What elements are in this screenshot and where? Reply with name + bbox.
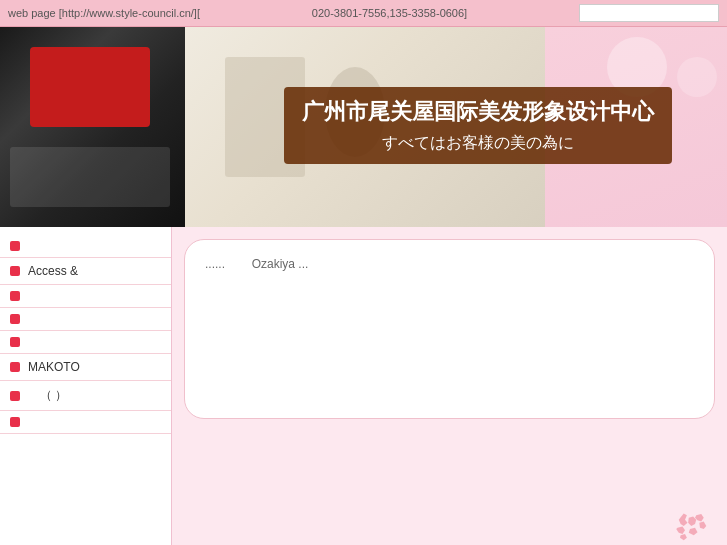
hero-subtitle: すべてはお客様の美の為に [302, 133, 654, 154]
sidebar-bullet-6 [10, 391, 20, 401]
hero-title-box: 广州市尾关屋国际美发形象设计中心 すべてはお客様の美の為に [284, 87, 672, 164]
sidebar: Access & MAKOTO （ ） [0, 227, 172, 545]
sidebar-label-6: （ ） [28, 387, 67, 404]
sidebar-bullet-0 [10, 241, 20, 251]
url-text: web page [http://www.style-council.cn/][ [8, 7, 200, 19]
sidebar-bullet-4 [10, 337, 20, 347]
sidebar-label-access: Access & [28, 264, 78, 278]
phone-text: 020-3801-7556,135-3358-0606] [312, 7, 467, 19]
sidebar-item-makoto[interactable]: MAKOTO [0, 354, 171, 381]
sidebar-bullet-2 [10, 291, 20, 301]
sidebar-label-makoto: MAKOTO [28, 360, 80, 374]
sidebar-item-6[interactable]: （ ） [0, 381, 171, 411]
sidebar-bullet-7 [10, 417, 20, 427]
content-text: ...... Ozakiya ... [205, 254, 694, 276]
sidebar-item-access[interactable]: Access & [0, 258, 171, 285]
content-box: ...... Ozakiya ... [184, 239, 715, 419]
sidebar-item-3[interactable] [0, 308, 171, 331]
content-area: ...... Ozakiya ... [172, 227, 727, 545]
japan-map-icon [665, 510, 715, 545]
main-area: Access & MAKOTO （ ） .. [0, 227, 727, 545]
sidebar-bullet-5 [10, 362, 20, 372]
hero-photo-left [0, 27, 185, 227]
sidebar-bullet-3 [10, 314, 20, 324]
content-footer [665, 510, 715, 545]
sidebar-item-7[interactable] [0, 411, 171, 434]
hero-title: 广州市尾关屋国际美发形象设计中心 [302, 97, 654, 127]
top-bar: web page [http://www.style-council.cn/][… [0, 0, 727, 27]
sidebar-item-2[interactable] [0, 285, 171, 308]
search-input[interactable] [579, 4, 719, 22]
decorative-circle-2 [677, 57, 717, 97]
sidebar-item-0[interactable] [0, 235, 171, 258]
hero-banner: 广州市尾关屋国际美发形象设计中心 すべてはお客様の美の為に [0, 27, 727, 227]
sidebar-bullet-1 [10, 266, 20, 276]
ozakiya-text: Ozakiya ... [252, 257, 309, 271]
sidebar-item-4[interactable] [0, 331, 171, 354]
ellipsis-text: ...... [205, 257, 225, 271]
